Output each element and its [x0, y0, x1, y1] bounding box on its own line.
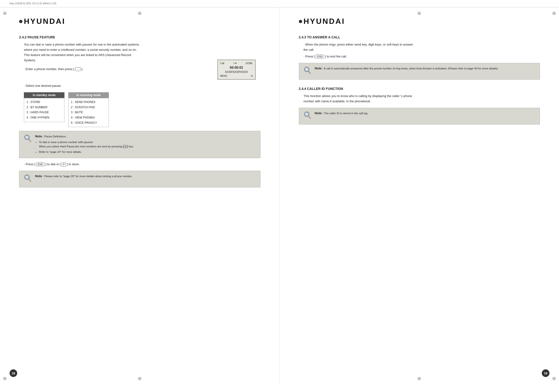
section-242-line1: You can dial or save a phone number with…	[24, 42, 261, 47]
instruction-line3: · Press [ END ] to dial or [ ① ] to stor…	[24, 162, 261, 167]
instr1-end: ].	[81, 67, 83, 71]
section-244-title: 2.4.4 CALLER ID FUNCTION	[299, 87, 540, 91]
instr3-text: · Press [	[24, 162, 35, 166]
display-gone: GONE	[246, 62, 252, 65]
instruction-line2: · Select one desired pause.	[24, 83, 261, 89]
section-243-bullet1: · When the phone rings, press either sen…	[304, 42, 540, 47]
display-menu-row: MENU ✉	[220, 75, 253, 77]
note-3-body: : A call is automatically answered after…	[322, 67, 498, 70]
note-1-item-2: Refer to "page 24" for more details.	[39, 150, 134, 154]
cross-mark-bc: ⊕	[138, 375, 142, 381]
note-1-title: Note	[35, 134, 42, 138]
note-3-title: Note	[315, 67, 322, 70]
receiving-mode-body: 1 : SEND PHONE# 2 : SCRATCH PAD 3 : MUTE…	[68, 98, 109, 127]
cross-mark-tc: ⊕	[138, 10, 142, 16]
display-time: 00:00:01	[220, 66, 253, 69]
brand-name-right: HYUNDAI	[304, 17, 345, 26]
receiving-mode-table: In receiving mode 1 : SEND PHONE# 2 : SC…	[68, 92, 109, 127]
section-243-title: 2.4.3 TO ANSWER A CALL	[299, 35, 540, 39]
page-number-left: 18	[9, 369, 17, 377]
instr1-key: ···	[75, 67, 81, 71]
standby-item-1: 1 : STORE	[27, 100, 62, 105]
display-row1: Call / ✉ GONE	[220, 62, 253, 65]
section-242-line2: where you need to enter a creditcard num…	[24, 47, 261, 53]
cross-mark-bl: ⊕	[3, 375, 7, 381]
cross-mark-tr: ⊕	[552, 10, 556, 16]
logo-left: HYUNDAI	[19, 17, 261, 26]
section-243-bullet1-cont: the call.	[304, 47, 540, 53]
section-243-bullet2: · Press [ END ] to end the call.	[304, 54, 540, 59]
receiving-mode-header: In receiving mode	[68, 92, 109, 98]
cross-mark-bc-r: ⊕	[417, 375, 421, 381]
note-icon-2	[23, 174, 32, 184]
display-sep: / ✉	[233, 62, 237, 65]
display-call: Call	[220, 62, 224, 65]
receiving-item-2: 2 : SCRATCH PAD	[71, 105, 106, 110]
standby-item-4: 4 : ONE HYPHEN	[27, 115, 62, 120]
note-box-3: Note : A call is automatically answered …	[299, 63, 540, 80]
logo-dot-left	[19, 20, 22, 23]
cross-mark-tc-r: ⊕	[417, 10, 421, 16]
note-1-label: : Pause Definitions :	[43, 135, 67, 138]
note-1-text: Note : Pause Definitions : To dial or sa…	[35, 134, 134, 155]
svg-line-6	[29, 179, 31, 181]
header-text: hwp-2150(8-9) 2003. 8.9 11:51 AM페이지18	[9, 2, 56, 5]
page-left: ⊕ ⊕ HYUNDAI 2.4.2 PAUSE FEATURE You can …	[0, 7, 280, 384]
svg-point-5	[25, 176, 29, 179]
svg-point-9	[305, 68, 308, 71]
display-icon: ✉	[251, 75, 253, 77]
note-4-body: : The caller ID is stored in the call lo…	[322, 112, 368, 115]
instr3-key1: END	[36, 162, 44, 166]
section-242-line3: This feature will be convenient when you…	[24, 53, 261, 58]
instr3-end: ] to store.	[67, 162, 80, 166]
svg-point-13	[305, 113, 308, 116]
note-2-text: Note : Please refer to "page 28" for mor…	[35, 174, 132, 179]
standby-mode-header: In standby mode	[24, 92, 65, 98]
instr1-text: · Enter a phone number, then press [	[24, 67, 74, 71]
receiving-item-3: 3 : MUTE	[71, 110, 106, 115]
receiving-item-5: 5 : VOICE PRIVACY	[71, 120, 106, 126]
note-icon-4	[303, 111, 312, 121]
instr3-key2: ①	[62, 162, 66, 167]
section-243-body: · When the phone rings, press either sen…	[299, 42, 540, 59]
note-3-text: Note : A call is automatically answered …	[315, 66, 498, 71]
instr3-mid: ] to dial or [	[45, 162, 61, 166]
svg-line-10	[308, 71, 310, 74]
page-right: ⊕ ⊕ HYUNDAI 2.4.3 TO ANSWER A CALL · Whe…	[280, 7, 559, 384]
note-icon-3	[303, 66, 312, 77]
svg-point-1	[25, 136, 29, 139]
b2-key: END	[316, 55, 324, 58]
standby-mode-table: In standby mode 1 : STORE 2 : BY NUMBER …	[24, 92, 65, 127]
note-icon-1	[23, 134, 32, 144]
svg-line-14	[308, 116, 310, 118]
instr2-text: · Select one desired pause.	[24, 84, 62, 88]
logo-right: HYUNDAI	[299, 17, 540, 26]
note-1-item-1: To dial or save a phone number with paus…	[39, 140, 134, 149]
phone-display: Call / ✉ GONE 00:00:01 XXXPXXXPXXXX MENU…	[217, 60, 256, 80]
cross-mark-br: ⊕	[552, 375, 556, 381]
standby-item-3: 3 : HARD PAUSE	[27, 110, 62, 115]
svg-line-2	[29, 139, 31, 142]
note-2-title: Note	[35, 174, 42, 178]
note-4-text: Note : The caller ID is stored in the ca…	[315, 111, 368, 116]
section-244-line2: number with name,if available, in the ph…	[304, 99, 540, 104]
note-4-title: Note	[315, 111, 322, 115]
page-header: hwp-2150(8-9) 2003. 8.9 11:51 AM페이지18	[0, 0, 559, 7]
note-box-1: Note : Pause Definitions : To dial or sa…	[19, 131, 261, 158]
b2-text: · Press [	[304, 55, 315, 58]
instruction1-container: Call / ✉ GONE 00:00:01 XXXPXXXPXXXX MENU…	[19, 67, 261, 80]
page-number-right: 19	[542, 369, 550, 377]
b2-end: ] to end the call.	[325, 55, 347, 58]
note-box-4: Note : The caller ID is stored in the ca…	[299, 108, 540, 125]
brand-name-left: HYUNDAI	[24, 17, 65, 26]
receiving-item-4: 4 : VIEW PHONE#	[71, 115, 106, 120]
standby-item-2: 2 : BY NUMBER	[27, 105, 62, 110]
logo-dot-right	[299, 20, 302, 23]
display-menu: MENU	[220, 75, 227, 77]
receiving-item-1: 1 : SEND PHONE#	[71, 100, 106, 105]
section-242-title: 2.4.2 PAUSE FEATURE	[19, 35, 261, 39]
standby-mode-body: 1 : STORE 2 : BY NUMBER 3 : HARD PAUSE 4…	[24, 98, 65, 122]
section-244-line1: This function allows you to know who is …	[304, 93, 540, 99]
note-box-2: Note : Please refer to "page 28" for mor…	[19, 171, 261, 187]
display-number: XXXPXXXPXXXX	[220, 70, 253, 74]
